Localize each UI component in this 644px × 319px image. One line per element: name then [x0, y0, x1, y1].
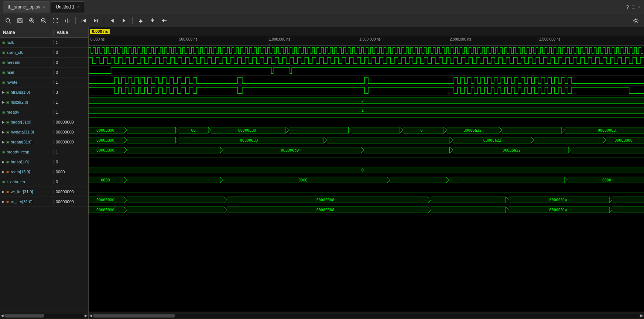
svg-rect-4 [18, 21, 21, 22]
svg-marker-180 [446, 177, 449, 183]
signal-row-rd-iter[interactable]: ▶ ▣ rd_iter[31:0] 00000000 [0, 197, 88, 207]
waveform-hrdata: 00000000 000000d9 00005a22 [89, 145, 644, 155]
signal-row-hclk[interactable]: ▣ hclk 1 [0, 38, 88, 48]
last-button[interactable] [90, 15, 101, 26]
scroll-waveform-left[interactable]: ◀ [89, 313, 92, 318]
signal-row-hready[interactable]: ▣ hready 1 [0, 107, 88, 117]
signal-label-hready-resp: hready_resp [7, 150, 29, 154]
up-button[interactable] [136, 15, 146, 26]
zoom-out-button[interactable] [38, 15, 49, 26]
svg-marker-232 [224, 207, 227, 213]
scroll-left-arrow[interactable]: ◀ [1, 313, 4, 318]
svg-rect-231 [127, 207, 224, 213]
svg-text:00000000: 00000000 [614, 139, 633, 143]
signal-row-hwdata[interactable]: ▶ ▣ hwdata[31:0] 00000000 [0, 127, 88, 137]
signal-row-htrans[interactable]: ▶ ▣ htrans[1:0] 3 [0, 87, 88, 97]
signal-value-htrans: 3 [54, 90, 87, 94]
svg-text:0000: 0000 [101, 178, 110, 183]
tab-close-1[interactable]: × [43, 5, 45, 9]
expand-icon-htrans[interactable]: ▶ [2, 90, 5, 94]
svg-point-0 [6, 18, 10, 22]
svg-text:000000d9: 000000d9 [281, 149, 299, 153]
signal-name-wr-iter: ▶ ▣ wr_iter[31:0] [0, 190, 54, 194]
signal-row-hresetn[interactable]: ▣ hresetn 0 [0, 58, 88, 67]
expand-icon-rd-iter[interactable]: ▶ [2, 200, 5, 204]
wire-icon-sram-clk: ▣ [2, 51, 5, 54]
signal-label-hclk: hclk [7, 40, 14, 45]
signal-row-wr-iter[interactable]: ▶ ▣ wr_iter[31:0] 00000000 [0, 187, 88, 197]
signal-row-r-data-en[interactable]: ▣ r_data_en 0 [0, 177, 88, 187]
tab-close-2[interactable]: × [78, 5, 80, 9]
prev-edge-button[interactable] [107, 15, 117, 26]
settings-button[interactable] [631, 15, 641, 26]
svg-marker-107 [124, 137, 127, 143]
svg-marker-65 [208, 127, 211, 133]
signal-row-hready-resp[interactable]: ▣ hready_resp 1 [0, 147, 88, 157]
expand-icon-hwdata[interactable]: ▶ [2, 130, 5, 134]
toolbar-separator-2 [104, 17, 104, 24]
svg-line-1 [9, 22, 11, 23]
signal-name-sram-clk: ▣ sram_clk [0, 50, 54, 55]
signal-name-rd-iter: ▶ ▣ rd_iter[31:0] [0, 200, 54, 204]
signal-label-hwdata: hwdata[31:0] [11, 130, 34, 134]
signal-panel: Name Value ▣ hclk 1 ▣ sram_clk 0 [0, 27, 89, 312]
wire-icon-hready: ▣ [2, 111, 5, 114]
svg-text:0000001a: 0000001a [549, 208, 568, 212]
signal-name-hready: ▣ hready [0, 110, 54, 114]
signal-label-hsel: hsel [7, 70, 14, 74]
next-edge-button[interactable] [119, 15, 129, 26]
signal-row-rdata[interactable]: ▶ ▣ rdata[15:0] 0000 [0, 167, 88, 177]
expand-icon-wr-iter[interactable]: ▶ [2, 190, 5, 194]
svg-marker-148 [568, 147, 571, 153]
signal-row-hrdata[interactable]: ▶ ▣ hrdata[31:0] 00000000 [0, 137, 88, 147]
wire-icon-hclk: ▣ [2, 41, 5, 44]
expand-icon-hresp[interactable]: ▶ [2, 160, 5, 164]
svg-rect-175 [127, 177, 220, 183]
signal-label-rd-iter: rd_iter[31:0] [11, 200, 32, 204]
svg-rect-72 [403, 127, 444, 133]
toolbar-separator-1 [75, 17, 76, 24]
wire-icon-hsel: ▣ [2, 71, 5, 74]
svg-marker-63 [175, 127, 178, 133]
tab-tb-sramc[interactable]: tb_sramc_top.sv × [3, 1, 50, 13]
waveform-htrans: 3 [89, 96, 644, 105]
svg-marker-71 [400, 127, 403, 133]
signal-label-hready: hready [7, 110, 19, 114]
signal-name-hresetn: ▣ hresetn [0, 60, 54, 65]
tab-untitled[interactable]: Untitled 1 × [51, 1, 85, 13]
wire-icon-hready-resp: ▣ [2, 150, 5, 154]
first-button[interactable] [79, 15, 89, 26]
expand-icon-haddr[interactable]: ▶ [2, 120, 5, 124]
close-btn[interactable]: × [638, 4, 641, 10]
signal-name-htrans: ▶ ▣ htrans[1:0] [0, 90, 54, 94]
maximize-btn[interactable]: □ [632, 4, 635, 10]
cursor-time: 0.000 ns [90, 29, 110, 34]
snap-button[interactable] [62, 15, 72, 26]
help-btn[interactable]: ? [626, 4, 629, 10]
signal-row-haddr[interactable]: ▶ ▣ haddr[31:0] 00000000 [0, 117, 88, 127]
zoom-fit-button[interactable] [3, 15, 13, 26]
down-button[interactable] [147, 15, 158, 26]
scroll-waveform-right[interactable]: ▶ [640, 313, 643, 318]
expand-icon-hrdata[interactable]: ▶ [2, 140, 5, 144]
signal-row-hresp[interactable]: ▶ ▣ hresp[1:0] 0 [0, 157, 88, 167]
waveform-hwrite [89, 86, 644, 96]
signal-name-hsel: ▣ hsel [0, 70, 54, 74]
svg-marker-28 [162, 19, 164, 22]
bus-icon-hsize: ▣ [6, 101, 9, 104]
expand-icon-rdata[interactable]: ▶ [2, 170, 5, 174]
svg-marker-205 [224, 197, 227, 203]
signal-row-hsize[interactable]: ▶ ▣ hsize[2:0] 1 [0, 97, 88, 107]
signal-row-hwrite[interactable]: ▣ hwrite 1 [0, 77, 88, 87]
expand-icon-hsize[interactable]: ▶ [2, 100, 5, 104]
bus-icon-haddr: ▣ [6, 121, 9, 124]
signal-row-hsel[interactable]: ▣ hsel 0 [0, 67, 88, 77]
signal-row-sram-clk[interactable]: ▣ sram_clk 0 [0, 48, 88, 58]
zoom-in-button[interactable] [27, 15, 37, 26]
save-button[interactable] [15, 15, 25, 26]
scroll-right-arrow[interactable]: ▶ [85, 313, 88, 318]
back-button[interactable] [159, 15, 169, 26]
waveform-hready [89, 115, 644, 125]
bus-icon-wr-iter: ▣ [6, 190, 9, 194]
fullscreen-button[interactable] [50, 15, 61, 26]
